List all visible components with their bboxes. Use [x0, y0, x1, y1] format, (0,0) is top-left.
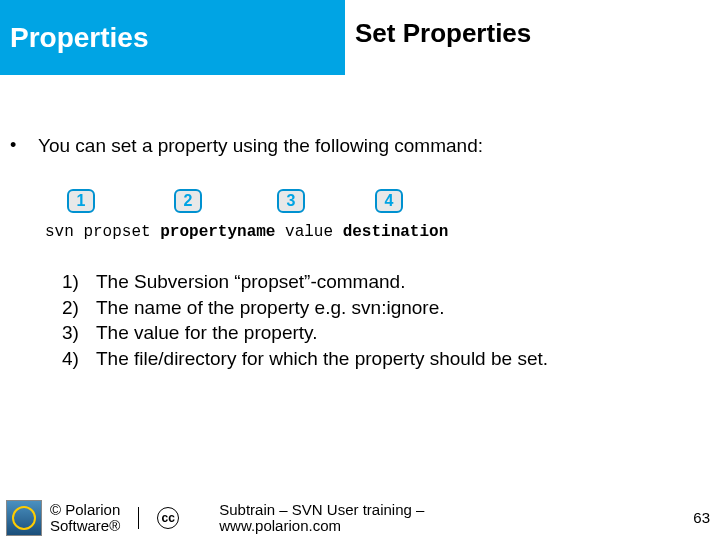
list-item: 1) The Subversion “propset”-command. — [62, 269, 710, 295]
header-bar: Properties — [0, 0, 345, 75]
list-item-number: 2) — [62, 295, 96, 321]
footer: © Polarion Software® cc Subtrain – SVN U… — [0, 496, 720, 540]
callout-badge-row: 1 2 3 4 — [10, 189, 710, 217]
list-item: 3) The value for the property. — [62, 320, 710, 346]
command-line: svn propset propertyname value destinati… — [10, 223, 710, 241]
code-part-propname: propertyname — [160, 223, 275, 241]
list-item-number: 4) — [62, 346, 96, 372]
copyright-line2: Software® — [50, 518, 120, 534]
bullet-glyph: • — [10, 135, 38, 156]
callout-badge-4: 4 — [375, 189, 403, 213]
slide-content: • You can set a property using the follo… — [0, 75, 720, 372]
code-part-dest: destination — [343, 223, 449, 241]
footer-center-text: Subtrain – SVN User training – www.polar… — [219, 502, 424, 534]
footer-divider — [138, 507, 139, 529]
footer-center-line1: Subtrain – SVN User training – — [219, 502, 424, 518]
code-part-value: value — [275, 223, 342, 241]
list-item-text: The value for the property. — [96, 320, 317, 346]
callout-badge-3: 3 — [277, 189, 305, 213]
intro-bullet-row: • You can set a property using the follo… — [10, 135, 710, 157]
page-number: 63 — [693, 509, 710, 526]
code-part-cmd: svn propset — [45, 223, 160, 241]
list-item: 4) The file/directory for which the prop… — [62, 346, 710, 372]
list-item-number: 1) — [62, 269, 96, 295]
list-item: 2) The name of the property e.g. svn:ign… — [62, 295, 710, 321]
intro-text: You can set a property using the followi… — [38, 135, 483, 157]
footer-center-line2: www.polarion.com — [219, 518, 424, 534]
list-item-text: The file/directory for which the propert… — [96, 346, 548, 372]
cc-license-icon: cc — [157, 507, 179, 529]
list-item-text: The name of the property e.g. svn:ignore… — [96, 295, 445, 321]
section-label: Properties — [10, 22, 149, 54]
polarion-logo-icon — [6, 500, 42, 536]
explanation-list: 1) The Subversion “propset”-command. 2) … — [10, 269, 710, 372]
list-item-number: 3) — [62, 320, 96, 346]
page-title: Set Properties — [355, 18, 531, 49]
copyright: © Polarion Software® — [50, 502, 120, 534]
list-item-text: The Subversion “propset”-command. — [96, 269, 405, 295]
copyright-line1: © Polarion — [50, 502, 120, 518]
callout-badge-2: 2 — [174, 189, 202, 213]
callout-badge-1: 1 — [67, 189, 95, 213]
